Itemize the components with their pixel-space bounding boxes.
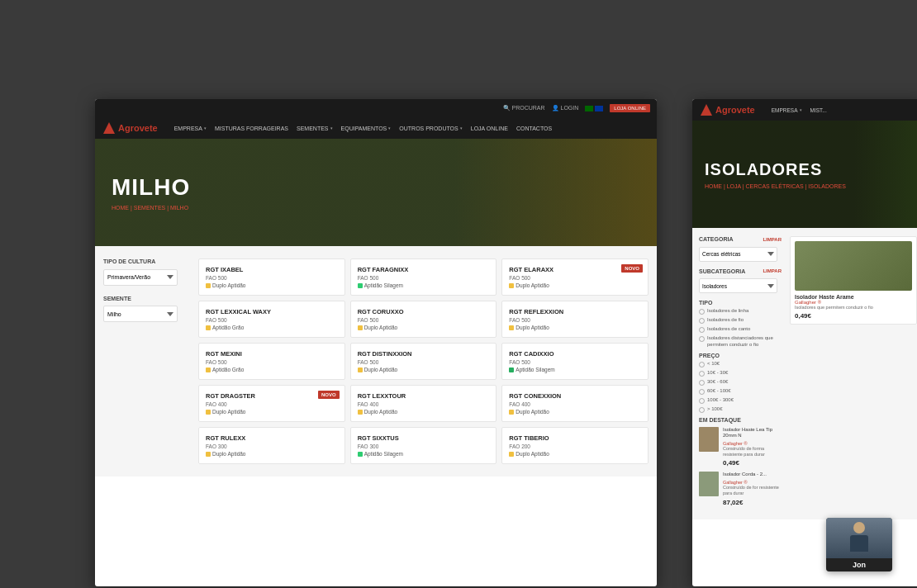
hero-right: ISOLADORES HOME | LOJA | CERCAS ELÉTRICA… <box>692 121 917 228</box>
product-fao-0: FAO 500 <box>206 275 338 281</box>
flag-en[interactable] <box>595 106 603 111</box>
radio-preco-circle-3[interactable] <box>699 380 705 386</box>
logo-left[interactable]: Agrovete <box>103 122 158 134</box>
product-aptidao-14: Duplo Aptidão <box>509 451 641 457</box>
subcategoria-select[interactable]: Isoladores <box>699 278 777 293</box>
radio-preco-5: 100€ - 300€ <box>699 397 782 404</box>
product-card-13[interactable]: RGT SIXXTUS FAO 300 Aptidão Silagem <box>350 427 497 464</box>
preco-label-right: PREÇO <box>699 353 782 358</box>
product-aptidao-7: Duplo Aptidão <box>358 367 490 372</box>
product-card-8[interactable]: RGT CADIXXIO FAO 500 Aptidão Silagem <box>501 343 649 380</box>
radio-circle-1[interactable] <box>699 309 705 315</box>
product-name-5: RGT REFLEXXION <box>509 308 641 315</box>
breadcrumb-sementes[interactable]: SEMENTES <box>134 205 166 211</box>
product-fao-5: FAO 500 <box>509 317 641 323</box>
loja-online-button[interactable]: LOJA ONLINE <box>610 104 650 112</box>
aptidao-dot-5 <box>509 325 514 330</box>
nav-misturas[interactable]: MISTURAS FORRAGEIRAS <box>215 126 288 131</box>
categoria-select[interactable]: Cercas elétricas <box>699 247 777 262</box>
search-link[interactable]: 🔍 PROCURAR <box>503 105 545 111</box>
product-aptidao-8: Aptidão Silagem <box>509 367 641 372</box>
logo-icon-left <box>103 122 115 134</box>
main-product-right[interactable]: Isolador Haste Arame Gallagher ® Isolado… <box>790 236 917 325</box>
breadcrumb-loja-right[interactable]: LOJA <box>727 183 741 189</box>
browser-window-right: Agrovete EMPRESA ▾ MIST... ISOLADORES HO… <box>692 99 917 586</box>
filter-semente-select[interactable]: Milho <box>103 306 178 322</box>
radio-preco-circle-5[interactable] <box>699 398 705 404</box>
jon-body <box>850 535 868 552</box>
destaque-product-1[interactable]: Isolador Haste Lea Tip 20mm N Gallagher … <box>699 427 782 467</box>
login-link[interactable]: 👤 LOGIN <box>552 105 579 111</box>
product-name-3: RGT LEXXICAL WAXY <box>206 308 338 315</box>
sidebar-right: CATEGORIA Limpar Cercas elétricas SUBCAT… <box>699 236 782 511</box>
product-card-10[interactable]: RGT LEXXTOUR FAO 400 Duplo Aptidão <box>350 385 497 422</box>
jon-avatar[interactable]: Jon <box>826 518 892 571</box>
jon-silhouette <box>847 522 872 555</box>
radio-text-3: Isoladores de canto <box>707 326 750 333</box>
radio-preco-circle-4[interactable] <box>699 389 705 395</box>
product-card-6[interactable]: RGT MEXINI FAO 500 Aptidão Grão <box>198 343 345 380</box>
product-aptidao-6: Aptidão Grão <box>206 367 338 372</box>
breadcrumb-current-right: ISOLADORES <box>808 183 846 189</box>
radio-circle-2[interactable] <box>699 318 705 324</box>
product-aptidao-10: Duplo Aptidão <box>358 409 490 415</box>
product-card-2[interactable]: NOVO RGT ELARAXX FAO 500 Duplo Aptidão <box>501 258 649 296</box>
breadcrumb-home[interactable]: HOME <box>112 205 129 211</box>
nav-loja[interactable]: LOJA ONLINE <box>471 126 508 131</box>
product-card-14[interactable]: RGT TIBERIO FAO 200 Duplo Aptidão <box>501 427 649 464</box>
product-fao-8: FAO 500 <box>509 359 641 365</box>
product-card-7[interactable]: RGT DISTINXXION FAO 500 Duplo Aptidão <box>350 343 497 380</box>
radio-preco-2: 10€ - 30€ <box>699 370 782 377</box>
filter-tipo-select[interactable]: Primavera/Verão <box>103 269 178 286</box>
breadcrumb-cercas-right[interactable]: CERCAS ELÉTRICAS <box>746 183 804 189</box>
product-card-3[interactable]: RGT LEXXICAL WAXY FAO 500 Aptidão Grão <box>198 301 345 338</box>
flag-pt[interactable] <box>585 106 593 111</box>
logo-right[interactable]: Agrovete <box>701 104 755 116</box>
product-card-11[interactable]: RGT CONEXXION FAO 400 Duplo Aptidão <box>501 385 649 422</box>
categoria-label: CATEGORIA Limpar <box>699 236 782 242</box>
nav-outros[interactable]: OUTROS PRODUTOS ▾ <box>399 126 462 131</box>
radio-canto: Isoladores de canto <box>699 326 782 333</box>
product-fao-11: FAO 400 <box>509 401 641 407</box>
product-fao-1: FAO 500 <box>358 275 490 281</box>
product-card-1[interactable]: RGT FARAGNIXX FAO 500 Aptidão Silagem <box>350 258 497 296</box>
product-card-4[interactable]: RGT CORUXXO FAO 500 Duplo Aptidão <box>350 301 497 338</box>
product-card-5[interactable]: RGT REFLEXXION FAO 500 Duplo Aptidão <box>501 301 649 338</box>
product-card-12[interactable]: RGT RULEXX FAO 300 Duplo Aptidão <box>198 427 345 464</box>
nav-contactos[interactable]: CONTACTOS <box>516 126 552 131</box>
breadcrumb-home-right[interactable]: HOME <box>705 183 722 189</box>
main-nav-left: Agrovete EMPRESA ▾ MISTURAS FORRAGEIRAS … <box>95 117 657 139</box>
product-aptidao-12: Duplo Aptidão <box>206 451 338 457</box>
nav-mist-right[interactable]: MIST... <box>810 107 827 113</box>
limpar-categoria[interactable]: Limpar <box>763 237 782 242</box>
breadcrumb-left: HOME | SEMENTES | MILHO <box>112 205 640 211</box>
radio-preco-circle-6[interactable] <box>699 407 705 413</box>
nav-empresa[interactable]: EMPRESA ▾ <box>174 126 207 131</box>
product-fao-4: FAO 500 <box>358 317 490 323</box>
radio-circle-4[interactable] <box>699 336 705 342</box>
novo-badge-2: NOVO <box>621 264 643 273</box>
destaque-product-2[interactable]: Isolador Corda - 2... Gallagher ® Constr… <box>699 472 782 505</box>
jon-head <box>853 522 865 533</box>
nav-empresa-right[interactable]: EMPRESA ▾ <box>772 107 802 113</box>
destaque-desc-1: Construído de forma resistente para dura… <box>723 446 782 458</box>
flags <box>585 106 603 111</box>
product-fao-9: FAO 400 <box>206 401 338 407</box>
nav-equipamentos[interactable]: EQUIPAMENTOS ▾ <box>341 126 392 131</box>
filter-semente-label: SEMENTE <box>103 296 186 301</box>
radio-preco-circle-2[interactable] <box>699 371 705 377</box>
product-fao-12: FAO 300 <box>206 443 338 449</box>
destaque-img-2 <box>699 472 719 496</box>
product-card-9[interactable]: NOVO RGT DRAGSTER FAO 400 Duplo Aptidão <box>198 385 345 422</box>
radio-preco-circle-1[interactable] <box>699 362 705 368</box>
nav-sementes[interactable]: SEMENTES ▾ <box>297 126 333 131</box>
right-products-area: Isolador Haste Arame Gallagher ® Isolado… <box>790 236 917 511</box>
radio-circle-3[interactable] <box>699 327 705 333</box>
product-name-13: RGT SIXXTUS <box>358 434 490 442</box>
product-fao-2: FAO 500 <box>509 275 641 281</box>
jon-figure <box>826 518 892 558</box>
limpar-subcategoria[interactable]: Limpar <box>763 268 782 273</box>
desktop: 🔍 PROCURAR 👤 LOGIN LOJA ONLINE Agrovete … <box>0 0 917 588</box>
product-fao-7: FAO 500 <box>358 359 490 365</box>
product-card-0[interactable]: RGT IXABEL FAO 500 Duplo Aptidão <box>198 258 345 296</box>
